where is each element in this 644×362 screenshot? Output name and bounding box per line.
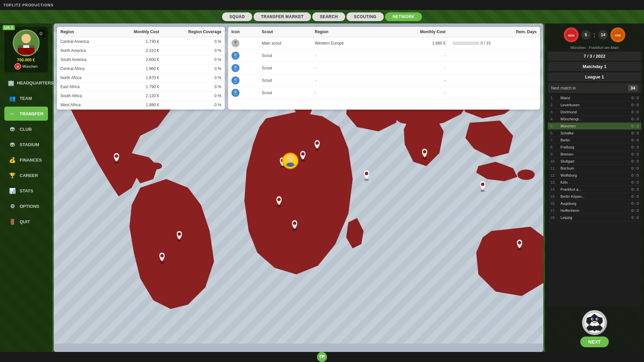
league-table-row[interactable]: 2. Leverkusen 0 : 0 [548, 102, 641, 109]
region-coverage: 0 % [163, 73, 225, 82]
league-table-row[interactable]: 14. Frankfurt a... 0 : 0 [548, 186, 641, 193]
scout-icon-cell [228, 74, 258, 87]
player-club: M München [14, 63, 38, 70]
league-table-row[interactable]: 13. Köln 0 : 0 [548, 179, 641, 186]
sidebar-item-headquarters[interactable]: 🏢 HEADQUARTERS [4, 76, 48, 90]
scout-table-row[interactable]: Scout - - [228, 74, 540, 87]
transfer-icon: ↔ [8, 109, 17, 118]
region-table-row[interactable]: North America 2.310 € 0 % [57, 46, 225, 55]
settings-icon[interactable]: ⚙ [37, 29, 45, 38]
league-table-row[interactable]: 17. Hoffenheim 0 : 0 [548, 207, 641, 214]
league-table-row[interactable]: 9. Bremen 0 : 0 [548, 151, 641, 158]
nav-squad[interactable]: SQUAD [222, 12, 252, 21]
nav-transfer-market[interactable]: TRANSFER MARKET [254, 12, 311, 21]
sidebar-label-stadium: STADIUM [20, 142, 39, 147]
region-coverage-col-header: Region Coverage [163, 27, 225, 37]
scout-table-row[interactable]: Scout - - [228, 87, 540, 99]
sidebar-item-club[interactable]: 🏟 CLUB [4, 122, 48, 136]
sidebar-item-finances[interactable]: 💰 FINANCES [4, 153, 48, 167]
region-coverage: 0 % [163, 82, 225, 92]
region-table-row[interactable]: East Africa 1.790 € 0 % [57, 82, 225, 92]
league-score: 0 : 0 [625, 152, 639, 156]
league-table-row[interactable]: 4. Mönchengl... 0 : 0 [548, 116, 641, 123]
next-button[interactable]: NEXT [580, 337, 609, 347]
league-table-row[interactable]: 18. Leipzig 0 : 0 [548, 214, 641, 221]
region-name: Central Africa [57, 64, 112, 73]
scout-region: Western Europe [311, 37, 384, 50]
league-table-row[interactable]: 7. Berlin 0 : 0 [548, 137, 641, 144]
region-table-row[interactable]: North Africa 1.870 € 0 % [57, 73, 225, 82]
svg-point-23 [301, 152, 305, 156]
league-position: 3. [550, 110, 560, 114]
league-table-row[interactable]: 15. Berlin Köpen... 0 : 0 [548, 193, 641, 200]
region-table-row[interactable]: South Africa 2.120 € 0 % [57, 92, 225, 101]
league-score: 0 : 0 [625, 124, 639, 128]
team-icon: 👥 [8, 94, 17, 103]
scout-table-row[interactable]: Main scout Western Europe 1.660 € 0 / 15 [228, 37, 540, 50]
away-score: 14 [598, 30, 608, 40]
scout-icon-cell [228, 62, 258, 74]
league-table-row[interactable]: 6. Schalke 0 : 0 [548, 130, 641, 137]
svg-point-27 [293, 222, 296, 225]
monthly-cost-col-header: Monthly Cost [112, 27, 163, 37]
league-team-name: Berlin [560, 138, 625, 142]
next-match-row: Next match in 34 [548, 83, 641, 93]
league-table-row[interactable]: 10. Stuttgart 0 : 0 [548, 158, 641, 165]
league-score: 0 : 0 [625, 208, 639, 213]
player-card: LVL 1 ⚙ 700.000 € M München [4, 27, 48, 72]
league-table-row[interactable]: 5. München 0 : 0 [548, 123, 641, 130]
sidebar-label-transfer: TRANSFER [20, 111, 44, 116]
league-table-row[interactable]: 16. Augsburg 0 : 0 [548, 200, 641, 207]
league-table-row[interactable]: 1. Mainz 0 : 0 [548, 95, 641, 102]
scout-name: Scout [258, 74, 311, 87]
league-table[interactable]: 1. Mainz 0 : 0 2. Leverkusen 0 : 0 3. Do… [548, 95, 641, 307]
league-table-row[interactable]: 11. Bochum 0 : 0 [548, 165, 641, 172]
league-score: 0 : 0 [625, 201, 639, 205]
scout-icon-cell [228, 50, 258, 62]
sidebar-item-stadium[interactable]: 🏟 STADIUM [4, 137, 48, 152]
sidebar-label-options: OPTIONS [20, 204, 40, 209]
league-position: 5. [550, 124, 560, 128]
nav-search[interactable]: SEARCH [312, 12, 345, 21]
scout-cost: - [384, 87, 449, 99]
league-team-name: Köln [560, 180, 625, 184]
league-table-row[interactable]: 8. Freiburg 0 : 0 [548, 144, 641, 151]
region-name: West Africa [57, 101, 112, 110]
region-cost: 1.730 € [112, 37, 163, 46]
scout-region-col-header: Region [311, 27, 384, 37]
league-team-name: Mainz [560, 96, 625, 100]
map-button[interactable]: 🗺 [317, 352, 327, 362]
league-table-row[interactable]: 3. Dortmund 0 : 0 [548, 109, 641, 116]
svg-point-42 [234, 90, 237, 93]
league-table-row[interactable]: 12. Wolfsburg 0 : 0 [548, 172, 641, 179]
region-table-row[interactable]: West Africa 1.880 € 0 % [57, 101, 225, 110]
sidebar-item-stats[interactable]: 📊 STATS [4, 184, 48, 198]
region-cost: 1.790 € [112, 82, 163, 92]
scout-region: - [311, 74, 384, 87]
sidebar: LVL 1 ⚙ 700.000 € M München 🏢 HEADQUARTE… [0, 23, 52, 362]
svg-point-41 [234, 78, 237, 81]
sidebar-item-transfer[interactable]: ↔ TRANSFER [4, 107, 48, 121]
region-coverage: 0 % [163, 92, 225, 101]
nav-scouting[interactable]: SCOUTING [346, 12, 384, 21]
headquarters-icon: 🏢 [8, 78, 14, 87]
scout-region: - [311, 87, 384, 99]
nav-network[interactable]: NETWORK [385, 12, 422, 21]
next-match-count: 34 [628, 85, 638, 91]
rem-days-value: 0 / 15 [481, 41, 491, 46]
league-team-name: Frankfurt a... [560, 187, 625, 191]
region-table-row[interactable]: Central America 1.730 € 0 % [57, 37, 225, 46]
sidebar-item-career[interactable]: 🏆 CAREER [4, 168, 48, 182]
league-position: 4. [550, 117, 560, 121]
region-table-row[interactable]: South America 2.600 € 0 % [57, 55, 225, 64]
scout-table-row[interactable]: Scout - - [228, 50, 540, 62]
region-table-row[interactable]: Central Africa 1.960 € 0 % [57, 64, 225, 73]
region-name: East Africa [57, 82, 112, 92]
sidebar-item-options[interactable]: ⚙ OPTIONS [4, 199, 48, 213]
svg-point-40 [234, 66, 237, 68]
match-date: 7 / 3 / 2022 [548, 52, 641, 61]
league-team-name: Augsburg [560, 201, 625, 205]
sidebar-item-team[interactable]: 👥 TEAM [4, 91, 48, 105]
sidebar-item-quit[interactable]: 🚪 QUIT [4, 215, 48, 229]
scout-table-row[interactable]: Scout - - [228, 62, 540, 74]
